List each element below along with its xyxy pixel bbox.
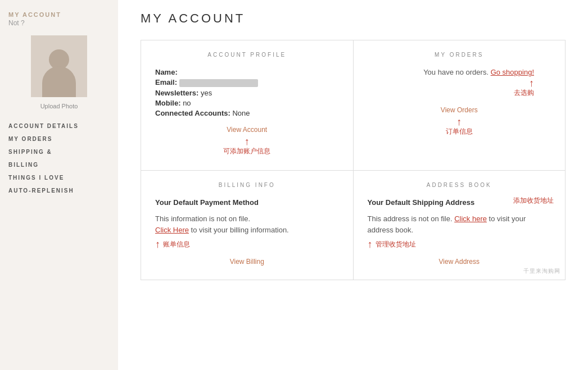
mobile-value: no <box>183 99 191 107</box>
page-wrapper: MY ACCOUNT Not ? Upload Photo ACCOUNT DE… <box>0 0 588 370</box>
shopping-annotation: ↑ 去选购 <box>368 78 535 98</box>
default-payment-title: Your Default Payment Method <box>155 198 339 207</box>
view-orders-link[interactable]: View Orders <box>368 106 551 114</box>
account-profile-cell: ACCOUNT PROFILE Name: Email: Newsletters… <box>141 40 354 171</box>
view-billing-link[interactable]: View Billing <box>155 258 339 266</box>
email-value <box>179 79 258 87</box>
avatar-figure <box>42 47 76 97</box>
billing-click-here-link[interactable]: Click Here <box>155 226 189 234</box>
manage-address-annotation: ↑ 管理收货地址 <box>368 239 551 249</box>
email-label: Email: <box>155 78 177 86</box>
dashboard-grid: ACCOUNT PROFILE Name: Email: Newsletters… <box>141 40 566 280</box>
sidebar-item-auto-replenish[interactable]: AUTO-REPLENISH <box>8 184 110 197</box>
watermark: 千里来淘购网 <box>523 267 560 275</box>
account-annotation-wrapper: ↑ 可添加账户信息 <box>155 136 339 156</box>
connected-value: None <box>232 109 250 117</box>
billing-arrow: ↑ <box>155 239 160 249</box>
sidebar-item-things-i-love[interactable]: THINGS I LOVE <box>8 171 110 184</box>
profile-newsletters-row: Newsletters: yes <box>155 89 339 97</box>
no-orders-wrapper: You have no orders. Go shopping! ↑ 去选购 <box>368 68 551 98</box>
add-address-text: 添加收货地址 <box>513 197 554 204</box>
avatar-body <box>42 66 76 97</box>
main-content: MY ACCOUNT ACCOUNT PROFILE Name: Email: … <box>118 0 588 370</box>
address-book-cell: ADDRESS BOOK Your Default Shipping Addre… <box>354 171 566 281</box>
orders-annotation-text: 订单信息 <box>446 127 473 136</box>
shopping-arrow: ↑ <box>529 78 534 88</box>
address-book-title: ADDRESS BOOK <box>368 182 551 188</box>
sidebar-item-billing[interactable]: BILLING <box>8 158 110 171</box>
go-shopping-link[interactable]: Go shopping! <box>491 68 534 76</box>
account-annotation-arrow: ↑ <box>245 136 250 147</box>
connected-label: Connected Accounts: <box>155 109 230 117</box>
my-orders-cell: MY ORDERS You have no orders. Go shoppin… <box>354 40 566 171</box>
manage-arrow: ↑ <box>368 239 373 249</box>
billing-info-cell: BILLING INFO Your Default Payment Method… <box>141 171 354 281</box>
newsletters-value: yes <box>201 89 212 97</box>
profile-connected-row: Connected Accounts: None <box>155 109 339 117</box>
page-title: MY ACCOUNT <box>141 11 566 26</box>
address-info-text: This address is not on file. Click here … <box>368 213 551 237</box>
view-address-link[interactable]: View Address <box>368 258 551 266</box>
billing-info-text: This information is not on file. Click H… <box>155 213 339 237</box>
address-info-text-1: This address is not on file. <box>368 214 453 223</box>
manage-annotation-text: 管理收货地址 <box>376 240 416 249</box>
sidebar: MY ACCOUNT Not ? Upload Photo ACCOUNT DE… <box>0 0 118 370</box>
newsletters-label: Newsletters: <box>155 89 198 97</box>
account-profile-title: ACCOUNT PROFILE <box>155 52 339 58</box>
sidebar-item-my-orders[interactable]: MY ORDERS <box>8 133 110 145</box>
avatar <box>31 35 87 97</box>
orders-annotation-wrapper: ↑ 订单信息 <box>368 117 551 136</box>
billing-annotation-inline: ↑ 账单信息 <box>155 239 339 249</box>
sidebar-item-shipping[interactable]: SHIPPING & <box>8 145 110 158</box>
billing-info-title: BILLING INFO <box>155 182 339 188</box>
profile-name-row: Name: <box>155 68 339 76</box>
profile-email-row: Email: <box>155 78 339 87</box>
sidebar-item-account-details[interactable]: ACCOUNT DETAILS <box>8 120 110 133</box>
account-annotation-text: 可添加账户信息 <box>223 147 270 156</box>
view-account-link[interactable]: View Account <box>155 126 339 134</box>
sidebar-not-label: Not ? <box>8 19 110 27</box>
profile-mobile-row: Mobile: no <box>155 99 339 107</box>
orders-arrow: ↑ <box>456 117 462 127</box>
name-label: Name: <box>155 68 178 76</box>
shopping-annotation-text: 去选购 <box>514 88 534 98</box>
no-orders-text: You have no orders. <box>423 68 489 76</box>
billing-info-text-1: This information is not on file. <box>155 214 250 223</box>
address-click-here-link[interactable]: Click here <box>454 214 487 223</box>
billing-annotation-text: 账单信息 <box>163 240 190 249</box>
add-address-annotation: 添加收货地址 <box>513 196 554 205</box>
my-orders-title: MY ORDERS <box>368 52 551 58</box>
sidebar-my-account-label: MY ACCOUNT <box>8 11 110 18</box>
billing-info-text-2: to visit your billing information. <box>191 226 289 234</box>
upload-photo-link[interactable]: Upload Photo <box>8 103 110 109</box>
mobile-label: Mobile: <box>155 99 181 107</box>
